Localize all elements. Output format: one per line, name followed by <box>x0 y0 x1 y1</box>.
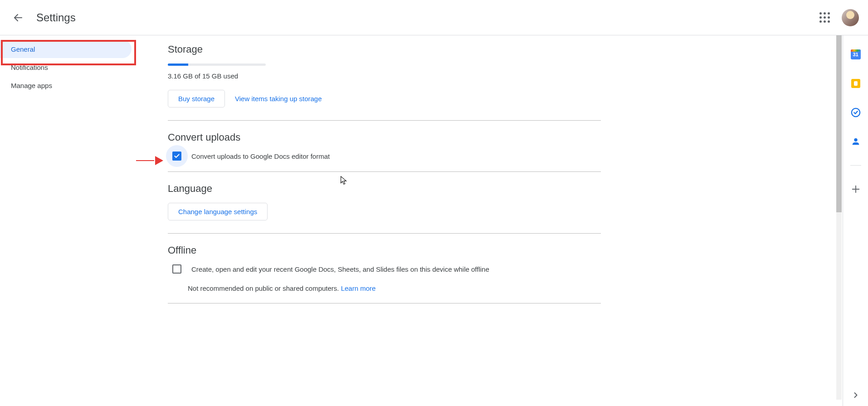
annotation-arrow <box>136 158 163 163</box>
svg-point-2 <box>854 138 857 142</box>
keep-icon <box>851 79 860 88</box>
convert-checkbox-label: Convert uploads to Google Docs editor fo… <box>191 152 330 160</box>
storage-bar-fill <box>168 64 188 66</box>
keep-app-button[interactable] <box>850 78 861 89</box>
offline-note: Not recommended on public or shared comp… <box>188 284 601 292</box>
header-right <box>815 9 859 27</box>
learn-more-link[interactable]: Learn more <box>341 284 376 292</box>
contacts-icon <box>851 137 861 147</box>
plus-icon <box>851 184 861 194</box>
storage-section: Storage 3.16 GB of 15 GB used Buy storag… <box>168 44 601 121</box>
scrollbar-thumb[interactable] <box>836 35 842 212</box>
calendar-icon: 31 <box>851 49 861 59</box>
calendar-day-text: 31 <box>853 52 858 57</box>
offline-checkbox[interactable] <box>172 264 181 274</box>
sidebar-item-notifications[interactable]: Notifications <box>0 58 132 76</box>
section-divider <box>168 171 601 172</box>
offline-note-text: Not recommended on public or shared comp… <box>188 284 341 292</box>
scrollbar[interactable] <box>836 35 842 406</box>
tasks-app-button[interactable] <box>850 107 861 118</box>
rail-divider <box>850 165 861 166</box>
offline-section: Offline Create, open and edit your recen… <box>168 245 601 303</box>
chevron-right-icon <box>851 391 860 400</box>
view-storage-items-link[interactable]: View items taking up storage <box>235 95 322 103</box>
back-button[interactable] <box>13 12 24 23</box>
sidebar-item-label: Notifications <box>11 64 48 71</box>
language-section: Language Change language settings <box>168 183 601 234</box>
language-actions: Change language settings <box>168 203 601 220</box>
calendar-app-button[interactable]: 31 <box>850 49 861 60</box>
contacts-app-button[interactable] <box>850 136 861 147</box>
settings-sidebar: General Notifications Manage apps <box>0 35 136 406</box>
page-title: Settings <box>36 11 76 24</box>
storage-bar <box>168 64 266 66</box>
language-title: Language <box>168 183 601 195</box>
checkmark-icon <box>174 153 180 159</box>
add-addon-button[interactable] <box>851 184 861 196</box>
sidebar-item-general[interactable]: General <box>0 40 132 58</box>
sidebar-item-label: Manage apps <box>11 82 52 89</box>
section-divider <box>168 233 601 234</box>
section-divider <box>168 120 601 121</box>
google-apps-button[interactable] <box>815 9 834 27</box>
buy-storage-button[interactable]: Buy storage <box>168 90 225 108</box>
offline-checkbox-row: Create, open and edit your recent Google… <box>172 264 601 274</box>
convert-checkbox-row: Convert uploads to Google Docs editor fo… <box>172 152 601 161</box>
apps-grid-icon <box>819 12 830 23</box>
settings-main: Storage 3.16 GB of 15 GB used Buy storag… <box>136 35 843 406</box>
header: Settings <box>0 0 868 35</box>
storage-usage-text: 3.16 GB of 15 GB used <box>168 72 601 80</box>
convert-uploads-checkbox[interactable] <box>172 152 181 161</box>
storage-title: Storage <box>168 44 601 55</box>
sidebar-item-label: General <box>11 45 35 53</box>
account-avatar[interactable] <box>842 9 859 26</box>
section-divider <box>168 303 601 303</box>
body: General Notifications Manage apps Storag… <box>0 35 868 406</box>
convert-uploads-section: Convert uploads Convert uploads to Googl… <box>168 132 601 172</box>
content-column: Storage 3.16 GB of 15 GB used Buy storag… <box>168 44 601 303</box>
storage-actions: Buy storage View items taking up storage <box>168 90 601 108</box>
offline-title: Offline <box>168 245 601 256</box>
offline-checkbox-label: Create, open and edit your recent Google… <box>191 265 489 273</box>
header-left: Settings <box>13 11 76 24</box>
tasks-icon <box>851 108 861 117</box>
hide-side-panel-button[interactable] <box>843 391 868 400</box>
change-language-button[interactable]: Change language settings <box>168 203 268 220</box>
side-panel-rail: 31 <box>843 35 868 406</box>
sidebar-item-manage-apps[interactable]: Manage apps <box>0 76 132 94</box>
convert-title: Convert uploads <box>168 132 601 143</box>
arrow-left-icon <box>13 12 24 23</box>
